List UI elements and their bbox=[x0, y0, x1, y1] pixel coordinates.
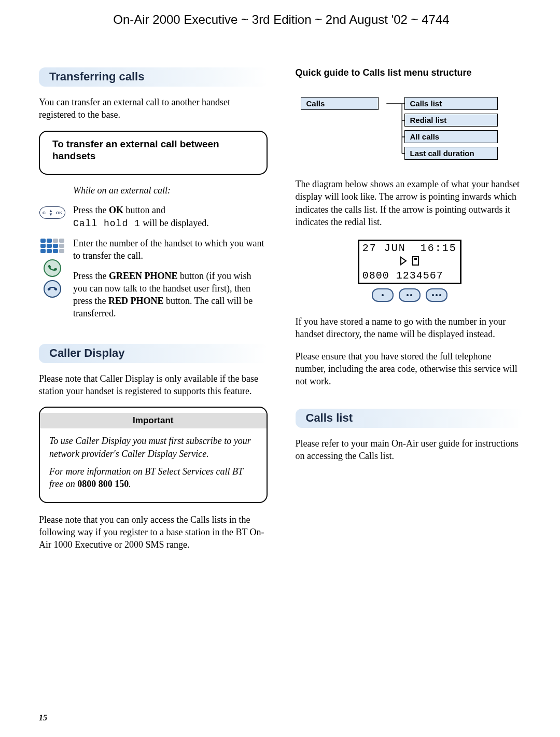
tree-root: Calls bbox=[301, 97, 379, 110]
hs-date: 27 JUN bbox=[362, 242, 406, 254]
keypad-icon bbox=[39, 237, 66, 255]
menu-tree-diagram: Calls Calls list Redial list All calls L… bbox=[301, 97, 524, 164]
tree-item-0: Calls list bbox=[404, 97, 498, 110]
hs-time: 16:15 bbox=[421, 242, 457, 254]
handset-display-example: 27 JUN 16:15 0800 1234567 bbox=[296, 240, 524, 302]
hs-number: 0800 1234567 bbox=[362, 270, 457, 282]
heading-calls-list: Calls list bbox=[296, 409, 524, 428]
text-cd-intro: Please note that Caller Display is only … bbox=[39, 372, 268, 398]
phonebook-icon bbox=[411, 256, 419, 269]
callout-important: Important To use Caller Display you must… bbox=[39, 407, 268, 503]
left-column: Transferring calls You can transfer an e… bbox=[39, 67, 268, 560]
important-title: Important bbox=[40, 413, 267, 428]
important-p1: To use Caller Display you must first sub… bbox=[49, 435, 257, 460]
step-3-text: Press the GREEN PHONE button (if you wis… bbox=[73, 270, 268, 320]
text-cd-note: Please note that you can only access the… bbox=[39, 513, 268, 551]
svg-rect-1 bbox=[414, 258, 417, 260]
step-lead: While on an external call: bbox=[73, 184, 171, 197]
softkey-2-icon bbox=[399, 288, 421, 302]
tree-item-2: All calls bbox=[404, 130, 498, 143]
step-2-text: Enter the number of the handset to which… bbox=[73, 237, 268, 262]
page-number: 15 bbox=[39, 713, 47, 722]
text-calls-list: Please refer to your main On-Air user gu… bbox=[296, 437, 524, 463]
important-p2: For more information on BT Select Servic… bbox=[49, 465, 257, 491]
callout-transfer: To transfer an external call between han… bbox=[39, 131, 268, 175]
arrow-in-icon bbox=[400, 256, 408, 269]
quick-guide-title: Quick guide to Calls list menu structure bbox=[296, 67, 524, 78]
tree-item-3: Last call duration bbox=[404, 147, 498, 160]
spacer-icon bbox=[39, 184, 66, 202]
callout-transfer-head: To transfer an external call between han… bbox=[49, 132, 257, 168]
softkey-3-icon bbox=[426, 288, 447, 302]
text-transfer-intro: You can transfer an external call to ano… bbox=[39, 96, 268, 121]
text-stored-name: If you have stored a name to go with the… bbox=[296, 315, 524, 341]
steps-list: While on an external call: C ▲▼ OK Press… bbox=[39, 184, 268, 320]
page-header: On-Air 2000 Executive ~ 3rd Edition ~ 2n… bbox=[39, 12, 524, 27]
phone-buttons-icon bbox=[39, 270, 66, 287]
heading-caller-display: Caller Display bbox=[39, 344, 268, 363]
svg-rect-0 bbox=[413, 257, 418, 265]
text-diagram-desc: The diagram below shows an example of wh… bbox=[296, 178, 524, 228]
text-ensure-full-number: Please ensure that you have stored the f… bbox=[296, 350, 524, 388]
tree-item-1: Redial list bbox=[404, 114, 498, 127]
softkey-1-icon bbox=[372, 288, 394, 302]
right-column: Quick guide to Calls list menu structure… bbox=[296, 67, 524, 560]
nav-button-icon: C ▲▼ OK bbox=[39, 204, 66, 221]
heading-transferring-calls: Transferring calls bbox=[39, 67, 268, 87]
step-1-text: Press the OK button and Call hold 1 will… bbox=[73, 204, 209, 230]
